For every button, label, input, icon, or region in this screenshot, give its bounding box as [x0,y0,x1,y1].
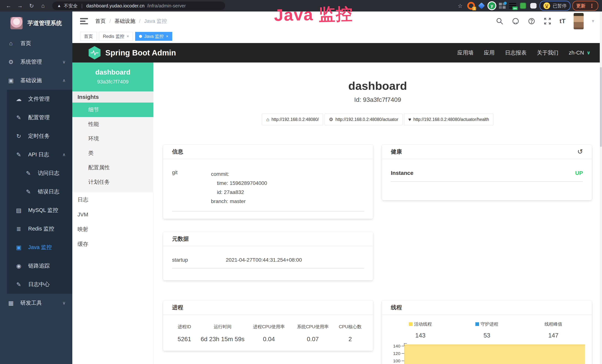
sidebar-item-java-monitor[interactable]: ▣ Java 监控 [7,238,72,257]
card-title: 线程 [391,304,402,311]
sidebar-item-redis-monitor[interactable]: ≣ Redis 监控 [7,220,72,238]
sba-nav-about[interactable]: 关于我们 [537,49,559,57]
sidebar-item-api-logs[interactable]: ✎ API 日志 ∧ [7,145,72,164]
bookmark-star-icon[interactable]: ☆ [455,3,465,9]
metadata-card-header: 元数据 [163,232,373,246]
back-icon[interactable]: ← [4,3,13,9]
list-extension-icon[interactable]: on [508,1,517,10]
process-col-cores: CPU核心数 2 [335,324,366,343]
sidebar-item-label: 文件管理 [28,95,50,103]
sba-logo-icon [89,46,100,60]
git-time-line: time: 1596289704000 [211,179,364,188]
sidebar-item-error-logs[interactable]: ✎ 错误日志 [7,182,72,201]
sba-menu-item-caches[interactable]: 缓存 [72,237,153,252]
tab-java-monitor[interactable]: Java 监控 × [135,32,172,41]
sba-brand-title[interactable]: Spring Boot Admin [105,48,176,57]
browser-home-icon[interactable]: ⌂ [38,3,48,9]
sidebar-item-label: 链路追踪 [28,262,50,270]
gem-extension-icon[interactable] [477,1,486,10]
sba-menu-item-logs[interactable]: 日志 [72,192,153,207]
reload-icon[interactable]: ↻ [27,3,36,9]
health-url-button[interactable]: ♥ http://192.168.0.2:48080/actuator/heal… [404,114,493,125]
update-browser-button[interactable]: 更新 ⋮ [572,1,598,11]
help-icon[interactable] [528,17,536,25]
actuator-url-button[interactable]: ⚙ http://192.168.0.2:48080/actuator [325,114,402,125]
sidebar-item-file-management[interactable]: ☁ 文件管理 [7,90,72,108]
on-badge: on [512,7,518,10]
fullscreen-icon[interactable] [544,17,551,25]
sba-nav: 应用墙 应用 日志报表 关于我们 zh-CN ∨ [457,49,591,57]
sidebar-menu: ⌂ 首页 ⚙ 系统管理 ∨ ▣ 基础设施 ∧ ☁ 文件管理 ✎ 配置管 [0,34,72,312]
sidebar-item-system-management[interactable]: ⚙ 系统管理 ∨ [0,53,72,71]
health-instance-label: Instance [391,170,413,176]
history-icon[interactable]: ↺ [577,148,583,156]
sba-nav-journal[interactable]: 日志报表 [505,49,527,57]
sidebar-item-scheduled-tasks[interactable]: ↻ 定时任务 [7,127,72,145]
sba-language-select[interactable]: zh-CN ∨ [569,50,591,56]
tab-redis-monitor[interactable]: Redis 监控 × [99,32,133,41]
sidebar-item-home[interactable]: ⌂ 首页 [0,34,72,53]
metadata-row: startup 2021-04-27T00:44:31.254+08:00 [163,246,373,263]
stat-value: 143 [387,332,454,339]
y-extension-icon[interactable]: y [488,1,496,10]
col-header: 进程ID [171,324,198,330]
grid-extension-icon[interactable] [498,1,506,10]
breadcrumb-home[interactable]: 首页 [95,18,106,25]
sidebar-item-dev-tools[interactable]: ▦ 研发工具 ∨ [0,294,72,312]
service-url-button[interactable]: ⌂ http://192.168.0.2:48080/ [262,114,323,125]
avatar-caret-icon[interactable]: ▾ [592,18,594,24]
service-url: http://192.168.0.2:48080/ [271,117,319,122]
forward-icon[interactable]: → [15,3,25,9]
health-row: Instance UP [382,159,592,176]
home-icon: ⌂ [7,40,15,47]
puzzle-extension-icon[interactable] [529,1,538,10]
app-logo-row[interactable]: 芋道管理系统 [0,11,72,34]
active-tab-dot [139,35,142,38]
sidebar-item-config-management[interactable]: ✎ 配置管理 [7,108,72,127]
sba-nav-wallboard[interactable]: 应用墙 [457,49,473,57]
sba-menu-item-mappings[interactable]: 映射 [72,222,153,237]
sba-instance-header: dashboard 93a3fc7f7409 [72,63,153,91]
app-logo [10,17,23,29]
font-size-icon[interactable]: tT [559,17,566,25]
layers-icon: ≣ [14,225,23,232]
sidebar-item-tracing[interactable]: ◉ 链路追踪 [7,257,72,275]
y-tick-120: 120 [393,351,400,356]
breadcrumb-infrastructure[interactable]: 基础设施 [115,18,135,25]
scrollbar-thumb[interactable] [600,67,602,147]
paused-extension-pill[interactable]: 已暂停 [539,1,570,11]
github-icon[interactable] [512,17,519,25]
sba-menu-item-details[interactable]: 细节 [72,103,153,117]
sidebar-item-log-center[interactable]: ✎ 日志中心 [7,275,72,294]
address-bar[interactable]: ▲ 不安全 | dashboard.yudao.iocoder.cn /infr… [52,1,225,10]
scrollbar-track[interactable] [600,11,602,364]
hamburger-icon[interactable] [80,18,88,24]
browser-menu-icon[interactable]: ⋮ [589,3,594,9]
search-icon[interactable] [496,17,504,25]
avatar[interactable] [574,13,584,29]
wrench-icon: ⚙ [329,117,333,122]
tab-home[interactable]: 首页 [80,32,97,41]
sidebar-item-infrastructure[interactable]: ▣ 基础设施 ∧ [0,71,72,90]
security-label[interactable]: 不安全 [64,3,78,9]
sba-menu-item-config-props[interactable]: 配置属性 [72,161,153,175]
plant-extension-icon[interactable] [519,1,527,10]
sba-menu-item-metrics[interactable]: 性能 [72,117,153,131]
sba-instance-name: dashboard [74,68,151,76]
sba-menu-item-jvm[interactable]: JVM [72,207,153,222]
colorzilla-extension-icon[interactable]: 1 [467,1,475,10]
sba-menu-item-environment[interactable]: 环境 [72,131,153,146]
sidebar-item-access-logs[interactable]: ✎ 访问日志 [7,164,72,182]
sba-menu-item-classes[interactable]: 类 [72,146,153,161]
sba-nav-applications[interactable]: 应用 [484,49,495,57]
process-col-cpu: 进程CPU使用率 0.04 [247,324,291,343]
live-threads-area [405,345,585,364]
sba-menu-item-scheduled[interactable]: 计划任务 [72,175,153,189]
close-icon[interactable]: × [166,34,168,39]
home-icon: ⌂ [266,117,269,122]
sidebar-item-mysql-monitor[interactable]: ▤ MySQL 监控 [7,201,72,220]
sba-main: dashboard Id: 93a3fc7f7409 ⌂ http://192.… [153,63,602,364]
close-icon[interactable]: × [127,34,129,39]
sba-top-menu: 日志 JVM 映射 缓存 [72,192,153,252]
sidebar-item-label: Java 监控 [28,244,52,251]
